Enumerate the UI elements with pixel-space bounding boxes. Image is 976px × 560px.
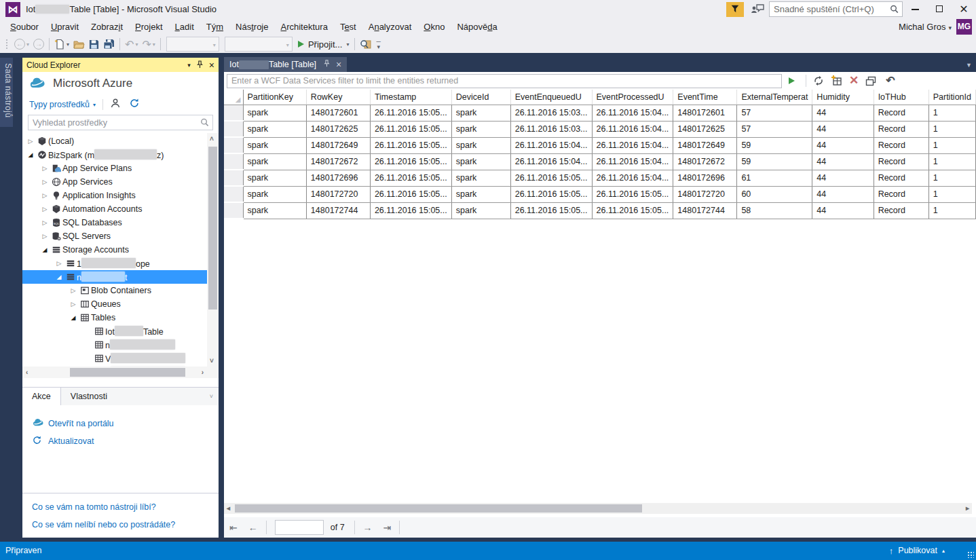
find-in-files-button[interactable] [358, 37, 373, 52]
resource-search-input[interactable] [29, 115, 191, 130]
cell-partitionid[interactable]: 1 [928, 121, 975, 137]
row-selector[interactable] [224, 202, 243, 219]
tree-item-storage-accounts[interactable]: ◢Storage Accounts [22, 243, 207, 257]
cell-eventtime[interactable]: 1480172672 [673, 153, 737, 170]
menu-upravit[interactable]: Upravit [45, 19, 85, 35]
grid-horizontal-scrollbar[interactable]: ◂ ▸ [224, 503, 972, 514]
open-in-portal-link[interactable]: Otevřít na portálu [32, 415, 219, 432]
cell-externaltemperat[interactable]: 59 [737, 137, 812, 153]
cell-partitionid[interactable]: 1 [928, 105, 975, 121]
cell-partitionkey[interactable]: spark [243, 153, 306, 170]
feedback-dislike-link[interactable]: Co se vám nelíbí nebo co postrádáte? [32, 516, 219, 534]
resource-search-box[interactable] [28, 115, 213, 130]
cell-eventenqueuedu[interactable]: 26.11.2016 15:04... [510, 153, 592, 170]
cell-partitionkey[interactable]: spark [243, 170, 306, 186]
tree-item-local[interactable]: ▷(Local) [22, 134, 207, 148]
cloud-explorer-header[interactable]: Cloud Explorer ▾ × [22, 58, 219, 72]
cell-partitionid[interactable]: 1 [928, 202, 975, 219]
next-page-button[interactable]: → [363, 522, 373, 533]
tree-item-n[interactable]: n [22, 338, 207, 352]
delete-entity-button[interactable]: ✕ [849, 75, 859, 86]
cell-eventtime[interactable]: 1480172601 [673, 105, 737, 121]
column-header-deviceid[interactable]: DeviceId [451, 90, 510, 105]
collapsed-arrow-icon[interactable]: ▷ [39, 179, 50, 185]
refresh-icon[interactable] [129, 98, 140, 111]
redo-button[interactable]: ↷▾ [140, 37, 157, 52]
collapsed-arrow-icon[interactable]: ▷ [39, 233, 50, 240]
cell-deviceid[interactable]: spark [451, 105, 510, 121]
account-icon[interactable] [110, 98, 121, 111]
cell-externaltemperat[interactable]: 57 [737, 105, 812, 121]
cell-eventenqueuedu[interactable]: 26.11.2016 15:05... [510, 202, 592, 219]
expanded-arrow-icon[interactable]: ◢ [39, 246, 50, 253]
tree-horizontal-scrollbar[interactable]: ‹ › [22, 367, 207, 378]
cell-timestamp[interactable]: 26.11.2016 15:05... [370, 186, 451, 202]
maximize-button[interactable] [927, 0, 952, 19]
close-tab-icon[interactable]: × [336, 60, 341, 69]
cell-partitionkey[interactable]: spark [243, 105, 306, 121]
minimize-button[interactable] [903, 0, 927, 19]
cell-eventenqueuedu[interactable]: 26.11.2016 15:03... [510, 121, 592, 137]
row-selector[interactable] [224, 137, 243, 153]
cell-partitionid[interactable]: 1 [928, 186, 975, 202]
cell-eventtime[interactable]: 1480172720 [673, 186, 737, 202]
row-selector[interactable] [224, 170, 243, 186]
close-button[interactable]: ✕ [952, 0, 976, 19]
column-header-rowkey[interactable]: RowKey [306, 90, 370, 105]
tree-item-queues[interactable]: ▷Queues [22, 297, 207, 311]
cell-eventenqueuedu[interactable]: 26.11.2016 15:05... [510, 170, 592, 186]
cell-timestamp[interactable]: 26.11.2016 15:05... [370, 153, 451, 170]
collapsed-arrow-icon[interactable]: ▷ [25, 138, 36, 145]
cell-eventtime[interactable]: 1480172625 [673, 121, 737, 137]
cell-iothub[interactable]: Record [874, 121, 928, 137]
cell-deviceid[interactable]: spark [451, 137, 510, 153]
cell-deviceid[interactable]: spark [451, 170, 510, 186]
cell-eventprocessedu[interactable]: 26.11.2016 15:04... [592, 105, 673, 121]
cell-eventtime[interactable]: 1480172744 [673, 202, 737, 219]
cell-partitionid[interactable]: 1 [928, 137, 975, 153]
cell-eventprocessedu[interactable]: 26.11.2016 15:05... [592, 186, 673, 202]
tree-vertical-scrollbar[interactable]: ˄ ˅ [207, 133, 219, 367]
table-row[interactable]: spark148017274426.11.2016 15:05...spark2… [224, 202, 976, 219]
collapsed-arrow-icon[interactable]: ▷ [39, 219, 50, 226]
cell-timestamp[interactable]: 26.11.2016 15:05... [370, 105, 451, 121]
row-selector[interactable] [224, 186, 243, 202]
save-all-button[interactable] [101, 37, 117, 52]
cell-rowkey[interactable]: 1480172744 [306, 202, 370, 219]
tree-item-nt[interactable]: ◢nt [22, 270, 207, 284]
cell-partitionid[interactable]: 1 [928, 153, 975, 170]
column-header-partitionid[interactable]: PartitionId [928, 90, 975, 105]
column-header-timestamp[interactable]: Timestamp [370, 90, 451, 105]
collapsed-arrow-icon[interactable]: ▷ [39, 165, 50, 172]
tree-item-iottable[interactable]: IotTable [22, 324, 207, 338]
cell-deviceid[interactable]: spark [451, 121, 510, 137]
tree-item-blob-containers[interactable]: ▷Blob Containers [22, 284, 207, 297]
cell-timestamp[interactable]: 26.11.2016 15:05... [370, 121, 451, 137]
toolbar-overflow-button[interactable]: ─▾ [376, 39, 380, 50]
cell-eventenqueuedu[interactable]: 26.11.2016 15:04... [510, 137, 592, 153]
row-selector[interactable] [224, 105, 243, 121]
cell-rowkey[interactable]: 1480172672 [306, 153, 370, 170]
table-row[interactable]: spark148017269626.11.2016 15:05...spark2… [224, 170, 976, 186]
feedback-like-link[interactable]: Co se vám na tomto nástroji líbí? [32, 498, 219, 516]
signed-in-user[interactable]: Michal Gros▾ [899, 19, 952, 36]
add-entity-button[interactable] [831, 75, 842, 86]
undo-button[interactable]: ↶ [886, 75, 895, 86]
pin-icon[interactable] [323, 60, 331, 69]
menu-analyzovat[interactable]: Analyzovat [362, 19, 418, 35]
collapsed-arrow-icon[interactable]: ▷ [54, 260, 64, 267]
cell-partitionkey[interactable]: spark [243, 137, 306, 153]
cell-humidity[interactable]: 44 [812, 170, 874, 186]
menu-okno[interactable]: Okno [417, 19, 451, 35]
column-header-eventenqueuedu[interactable]: EventEnqueuedU [510, 90, 592, 105]
column-header-externaltemperat[interactable]: ExternalTemperat [737, 90, 812, 105]
cell-partitionid[interactable]: 1 [928, 170, 975, 186]
cell-externaltemperat[interactable]: 59 [737, 153, 812, 170]
tab-vlastnosti[interactable]: Vlastnosti [61, 388, 117, 405]
menu-test[interactable]: Test [334, 19, 362, 35]
cell-partitionkey[interactable]: spark [243, 186, 306, 202]
cell-rowkey[interactable]: 1480172720 [306, 186, 370, 202]
menu-projekt[interactable]: Projekt [129, 19, 168, 35]
pin-icon[interactable] [196, 60, 204, 70]
window-position-icon[interactable]: ▾ [187, 62, 191, 69]
